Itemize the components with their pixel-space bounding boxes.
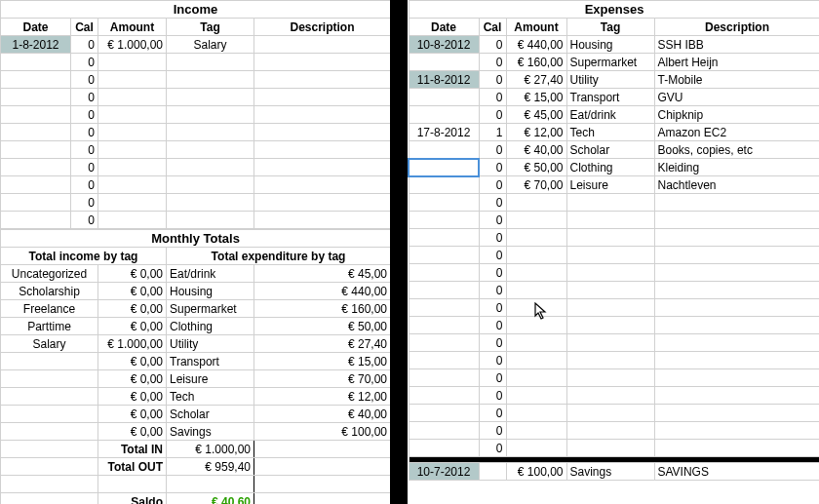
cell[interactable] — [409, 369, 479, 387]
cell[interactable] — [654, 299, 819, 317]
cell[interactable] — [1, 89, 71, 106]
saldo-value[interactable]: € 40,60 — [167, 493, 254, 505]
cell[interactable] — [409, 89, 479, 106]
cell[interactable]: € 50,00 — [254, 318, 391, 335]
cell[interactable] — [654, 212, 819, 229]
cell[interactable]: 0 — [479, 317, 506, 334]
cell[interactable]: Leisure — [167, 370, 254, 388]
cell[interactable]: € 27,40 — [254, 335, 391, 353]
cell[interactable] — [1, 423, 98, 441]
cell[interactable] — [254, 176, 391, 194]
cell[interactable]: € 27,40 — [506, 71, 566, 89]
cell[interactable]: Salary — [167, 36, 254, 54]
cell[interactable] — [254, 124, 391, 141]
cell[interactable]: € 0,00 — [98, 265, 167, 283]
cell[interactable]: 11-8-2012 — [409, 71, 479, 89]
cell[interactable] — [167, 194, 254, 212]
cell[interactable] — [479, 463, 506, 481]
cell[interactable] — [409, 334, 479, 352]
cell[interactable] — [654, 317, 819, 334]
cell[interactable]: 0 — [479, 212, 506, 229]
cell[interactable] — [1, 54, 71, 71]
cell[interactable]: Tech — [566, 124, 654, 141]
cell[interactable]: Scholar — [566, 141, 654, 159]
cell[interactable] — [409, 176, 479, 194]
cell[interactable] — [566, 422, 654, 440]
total-in-value[interactable]: € 1.000,00 — [167, 441, 254, 458]
cell[interactable]: Scholar — [167, 406, 254, 423]
cell[interactable]: 0 — [479, 71, 506, 89]
saldo-label[interactable]: Saldo — [98, 493, 167, 505]
cell[interactable] — [566, 282, 654, 299]
cell[interactable]: Supermarket — [167, 300, 254, 318]
cell[interactable]: Transport — [566, 89, 654, 106]
cell[interactable] — [1, 194, 71, 212]
cell[interactable]: Tech — [167, 388, 254, 406]
cell[interactable] — [98, 124, 167, 141]
active-cell[interactable] — [409, 159, 479, 176]
cell[interactable] — [167, 89, 254, 106]
cell[interactable] — [654, 440, 819, 457]
cell[interactable]: Uncategorized — [1, 265, 98, 283]
cell[interactable]: € 100,00 — [506, 463, 566, 481]
cell[interactable] — [506, 264, 566, 282]
cell[interactable]: GVU — [654, 89, 819, 106]
cell[interactable] — [254, 54, 391, 71]
cell[interactable] — [566, 352, 654, 369]
cell[interactable]: Amazon EC2 — [654, 124, 819, 141]
cell[interactable]: € 40,00 — [254, 406, 391, 423]
cell[interactable]: Nachtleven — [654, 176, 819, 194]
cell[interactable] — [254, 194, 391, 212]
total-out-label[interactable]: Total OUT — [98, 458, 167, 476]
cell[interactable]: Clothing — [167, 318, 254, 335]
cell[interactable]: 0 — [479, 422, 506, 440]
cell[interactable] — [409, 440, 479, 457]
cell[interactable] — [506, 422, 566, 440]
cell[interactable] — [506, 334, 566, 352]
cell[interactable] — [1, 159, 71, 176]
cell[interactable]: 0 — [479, 247, 506, 264]
col-date[interactable]: Date — [409, 19, 479, 36]
cell[interactable]: Parttime — [1, 318, 98, 335]
cell[interactable]: € 15,00 — [254, 353, 391, 370]
cell[interactable]: € 40,00 — [506, 141, 566, 159]
cell[interactable]: € 70,00 — [254, 370, 391, 388]
cell[interactable]: Transport — [167, 353, 254, 370]
cell[interactable] — [1, 388, 98, 406]
col-date[interactable]: Date — [1, 19, 71, 36]
cell[interactable] — [566, 229, 654, 247]
cell[interactable]: 0 — [479, 106, 506, 124]
cell[interactable] — [506, 369, 566, 387]
cell[interactable]: 1 — [479, 124, 506, 141]
cell[interactable] — [506, 212, 566, 229]
cell[interactable]: 0 — [479, 405, 506, 422]
cell[interactable]: 0 — [71, 176, 98, 194]
monthly-totals-table[interactable]: Monthly TotalsTotal income by tagTotal e… — [0, 229, 391, 504]
cell[interactable]: € 160,00 — [506, 54, 566, 71]
cell[interactable] — [654, 229, 819, 247]
cell[interactable]: Utility — [566, 71, 654, 89]
col-tag[interactable]: Tag — [566, 19, 654, 36]
cell[interactable]: 0 — [479, 194, 506, 212]
cell[interactable]: 0 — [479, 54, 506, 71]
cell[interactable]: SAVINGS — [654, 463, 819, 481]
cell[interactable]: 0 — [479, 141, 506, 159]
cell[interactable] — [654, 422, 819, 440]
cell[interactable]: € 15,00 — [506, 89, 566, 106]
cell[interactable]: Eat/drink — [566, 106, 654, 124]
cell[interactable] — [409, 229, 479, 247]
cell[interactable]: € 0,00 — [98, 318, 167, 335]
cell[interactable] — [654, 264, 819, 282]
cell[interactable] — [566, 212, 654, 229]
cell[interactable] — [566, 440, 654, 457]
cell[interactable] — [506, 317, 566, 334]
cell[interactable] — [409, 352, 479, 369]
cell[interactable] — [167, 159, 254, 176]
cell[interactable]: 10-7-2012 — [409, 463, 479, 481]
cell[interactable]: € 0,00 — [98, 300, 167, 318]
cell[interactable] — [506, 440, 566, 457]
cell[interactable]: Scholarship — [1, 283, 98, 300]
cell[interactable]: 0 — [71, 212, 98, 229]
col-cal[interactable]: Cal — [71, 19, 98, 36]
cell[interactable] — [654, 334, 819, 352]
